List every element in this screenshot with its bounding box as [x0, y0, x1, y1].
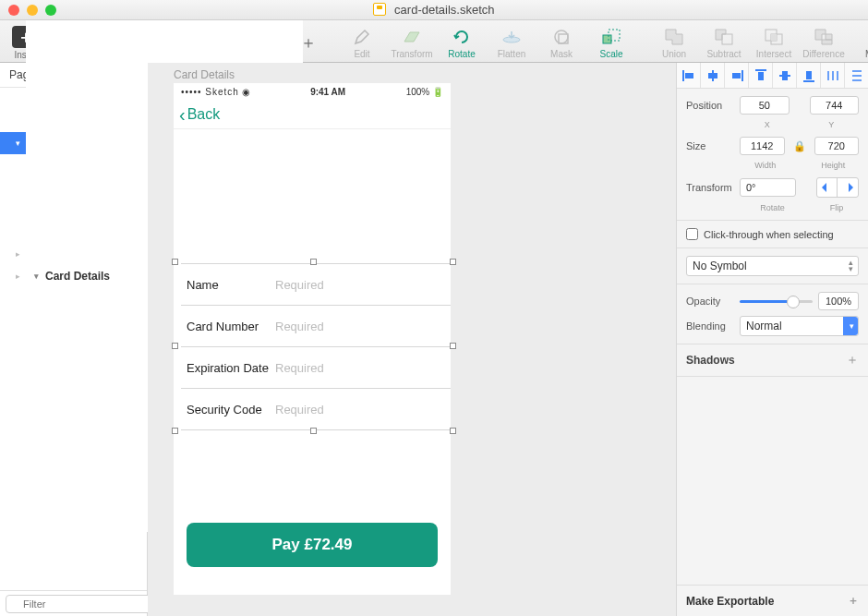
make-exportable-section[interactable]: Make Exportable ＋	[677, 585, 868, 616]
pay-button-mock: Pay £72.49	[187, 523, 438, 567]
subtract-icon	[712, 27, 736, 47]
opacity-slider[interactable]	[740, 300, 813, 303]
field-placeholder: Required	[275, 278, 324, 292]
height-field[interactable]: 720	[814, 137, 860, 155]
add-export-button[interactable]: ＋	[848, 593, 859, 609]
svg-rect-23	[708, 73, 717, 79]
mask-button[interactable]: Mask	[543, 24, 580, 59]
form-row-expiration: Expiration Date Required	[181, 347, 451, 389]
flatten-label: Flatten	[498, 49, 526, 59]
layer-label: Card Details	[45, 270, 110, 283]
rotate-field[interactable]: 0°	[740, 178, 796, 197]
rotate-icon	[450, 27, 474, 47]
align-top-button[interactable]	[749, 63, 773, 88]
resize-handle[interactable]	[450, 343, 456, 349]
svg-rect-14	[771, 34, 777, 41]
geometry-panel: Position 50 744 X Y Size 1142 🔒 720 Widt…	[677, 89, 868, 221]
canvas[interactable]: Card Details ••••• Sketch ◉ 9:41 AM 100%…	[148, 63, 676, 616]
disclosure-triangle-icon[interactable]: ▸	[13, 249, 22, 259]
svg-point-7	[555, 30, 568, 43]
checkbox-input[interactable]	[686, 228, 698, 240]
layer-artboard[interactable]: ▾ Card Details	[26, 88, 147, 532]
shadows-section-header[interactable]: Shadows ＋	[677, 344, 868, 377]
edit-label: Edit	[354, 49, 369, 59]
scale-button[interactable]: Scale	[593, 24, 630, 59]
edit-button[interactable]: Edit	[344, 24, 380, 59]
form-row-card-number: Card Number Required	[181, 306, 451, 347]
symbol-select[interactable]: No Symbol ▴▾	[686, 256, 859, 276]
align-bottom-button[interactable]	[797, 63, 821, 88]
dropdown-caret-icon: ▾	[850, 321, 854, 331]
align-toolbar	[677, 63, 868, 89]
nav-bar-mock: ‹ Back	[174, 100, 451, 129]
flip-sublabel: Flip	[814, 203, 859, 212]
difference-icon	[812, 27, 836, 47]
mask-icon	[549, 27, 573, 47]
difference-button[interactable]: Difference	[805, 24, 842, 59]
height-sublabel: Height	[808, 161, 860, 170]
width-field[interactable]: 1142	[740, 137, 785, 155]
transform-icon	[400, 27, 424, 47]
svg-rect-8	[559, 34, 568, 43]
document-icon	[373, 3, 386, 16]
size-label: Size	[686, 140, 734, 151]
svg-rect-29	[782, 71, 788, 80]
subtract-button[interactable]: Subtract	[705, 24, 742, 59]
blending-value: Normal	[746, 320, 782, 332]
svg-rect-11	[722, 34, 732, 44]
flip-vertical-button[interactable]	[838, 178, 858, 197]
opacity-field[interactable]: 100%	[818, 292, 859, 310]
distribute-v-button[interactable]	[845, 63, 868, 88]
make-exportable-label: Make Exportable	[686, 595, 774, 608]
click-through-checkbox[interactable]: Click-through when selecting	[686, 228, 859, 240]
union-label: Union	[662, 49, 686, 59]
union-icon	[662, 27, 686, 47]
transform-label: Transform	[391, 49, 432, 59]
rotate-button[interactable]: Rotate	[443, 24, 480, 59]
resize-handle[interactable]	[450, 428, 456, 434]
x-sublabel: X	[740, 120, 795, 129]
flip-horizontal-button[interactable]	[817, 178, 838, 197]
field-label: Card Number	[187, 320, 275, 333]
flatten-button[interactable]: Flatten	[493, 24, 530, 59]
back-button-mock: ‹ Back	[179, 105, 220, 124]
align-left-button[interactable]	[677, 63, 701, 88]
artboard[interactable]: ••••• Sketch ◉ 9:41 AM 100% 🔋 ‹ Back Nam…	[174, 83, 451, 595]
carrier-label: ••••• Sketch	[181, 87, 239, 97]
x-field[interactable]: 50	[740, 96, 790, 115]
battery-icon: 🔋	[432, 87, 443, 97]
intersect-button[interactable]: Intersect	[755, 24, 792, 59]
y-sublabel: Y	[804, 120, 860, 129]
svg-rect-31	[806, 71, 812, 79]
chevron-left-icon: ‹	[179, 105, 186, 124]
wifi-icon: ◉	[242, 87, 250, 97]
distribute-h-button[interactable]	[821, 63, 845, 88]
align-center-v-button[interactable]	[773, 63, 797, 88]
intersect-icon	[762, 27, 786, 47]
field-label: Security Code	[187, 403, 275, 417]
rotate-sublabel: Rotate	[740, 203, 805, 212]
subtract-label: Subtract	[706, 49, 741, 59]
document-title: card-details.sketch	[0, 3, 868, 17]
svg-rect-21	[685, 73, 693, 79]
resize-handle[interactable]	[450, 259, 456, 265]
blending-select[interactable]: Normal ▾	[740, 316, 859, 336]
disclosure-triangle-icon[interactable]: ▸	[13, 272, 22, 281]
transform-button[interactable]: Transform	[393, 24, 430, 59]
window-titlebar: card-details.sketch	[0, 0, 868, 20]
union-button[interactable]: Union	[656, 24, 693, 59]
position-label: Position	[686, 100, 734, 111]
form-row-security: Security Code Required	[181, 389, 451, 430]
y-field[interactable]: 744	[810, 96, 860, 115]
disclosure-triangle-icon[interactable]: ▾	[31, 272, 41, 281]
artboard-name-label[interactable]: Card Details	[174, 68, 235, 81]
align-right-button[interactable]	[725, 63, 749, 88]
add-shadow-button[interactable]: ＋	[846, 352, 859, 368]
blending-label: Blending	[686, 320, 734, 332]
lock-aspect-button[interactable]: 🔒	[790, 140, 809, 152]
align-center-h-button[interactable]	[701, 63, 725, 88]
layer-filter-input[interactable]	[6, 595, 157, 613]
disclosure-triangle-icon[interactable]: ▾	[13, 139, 22, 148]
intersect-label: Intersect	[756, 49, 791, 59]
transform-label: Transform	[686, 182, 734, 193]
